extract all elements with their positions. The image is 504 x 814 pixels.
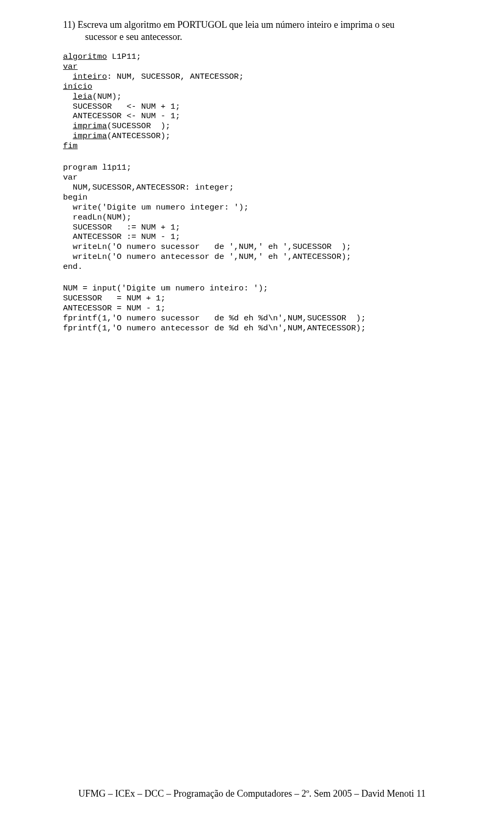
page: 11) Escreva um algoritmo em PORTUGOL que… xyxy=(0,0,504,814)
portugol-imp1: (SUCESSOR ); xyxy=(107,121,171,131)
portugol-leia: (NUM); xyxy=(92,92,122,101)
keyword-fim: fim xyxy=(63,141,78,151)
pascal-l2: var xyxy=(63,173,78,182)
matlab-l4: fprintf(1,'O numero sucessor de %d eh %d… xyxy=(63,314,366,323)
matlab-l5: fprintf(1,'O numero antecessor de %d eh … xyxy=(63,323,366,333)
portugol-decl: : NUM, SUCESSOR, ANTECESSOR; xyxy=(107,72,244,81)
question-number: 11) xyxy=(63,19,75,30)
keyword-algoritmo: algoritmo xyxy=(63,52,107,61)
keyword-inicio: início xyxy=(63,82,92,91)
pascal-l4: begin xyxy=(63,193,88,202)
keyword-leia: leia xyxy=(73,92,92,101)
pascal-l3: NUM,SUCESSOR,ANTECESSOR: integer; xyxy=(63,183,234,192)
keyword-inteiro: inteiro xyxy=(73,72,107,81)
pascal-l5: write('Digite um numero integer: '); xyxy=(63,203,248,212)
portugol-antecessor: ANTECESSOR <- NUM - 1; xyxy=(63,111,180,121)
pascal-l1: program l1p11; xyxy=(63,163,131,172)
keyword-imprima2: imprima xyxy=(73,131,107,141)
keyword-var: var xyxy=(63,62,78,71)
pascal-l10: writeLn('O numero antecessor de ',NUM,' … xyxy=(63,252,351,262)
matlab-l1: NUM = input('Digite um numero inteiro: '… xyxy=(63,284,268,293)
question-text-line2: sucessor e seu antecessor. xyxy=(63,31,457,43)
question-line1: 11) Escreva um algoritmo em PORTUGOL que… xyxy=(63,19,457,31)
portugol-imp2: (ANTECESSOR); xyxy=(107,131,171,141)
pascal-l8: ANTECESSOR := NUM - 1; xyxy=(63,232,180,242)
pascal-code: program l1p11; var NUM,SUCESSOR,ANTECESS… xyxy=(63,163,457,272)
question-text-line1: Escreva um algoritmo em PORTUGOL que lei… xyxy=(78,19,395,30)
keyword-imprima1: imprima xyxy=(73,121,107,131)
matlab-code: NUM = input('Digite um numero inteiro: '… xyxy=(63,284,457,333)
pascal-l7: SUCESSOR := NUM + 1; xyxy=(63,223,180,232)
portugol-name: L1P11; xyxy=(107,52,141,61)
question-block: 11) Escreva um algoritmo em PORTUGOL que… xyxy=(63,19,457,43)
portugol-sucessor: SUCESSOR <- NUM + 1; xyxy=(63,102,180,111)
pascal-l11: end. xyxy=(63,262,82,272)
pascal-l9: writeLn('O numero sucessor de ',NUM,' eh… xyxy=(63,242,351,252)
pascal-l6: readLn(NUM); xyxy=(63,213,131,222)
matlab-l2: SUCESSOR = NUM + 1; xyxy=(63,294,165,303)
matlab-l3: ANTECESSOR = NUM - 1; xyxy=(63,304,165,313)
page-footer: UFMG – ICEx – DCC – Programação de Compu… xyxy=(0,788,504,799)
portugol-code: algoritmo L1P11; var inteiro: NUM, SUCES… xyxy=(63,52,457,151)
